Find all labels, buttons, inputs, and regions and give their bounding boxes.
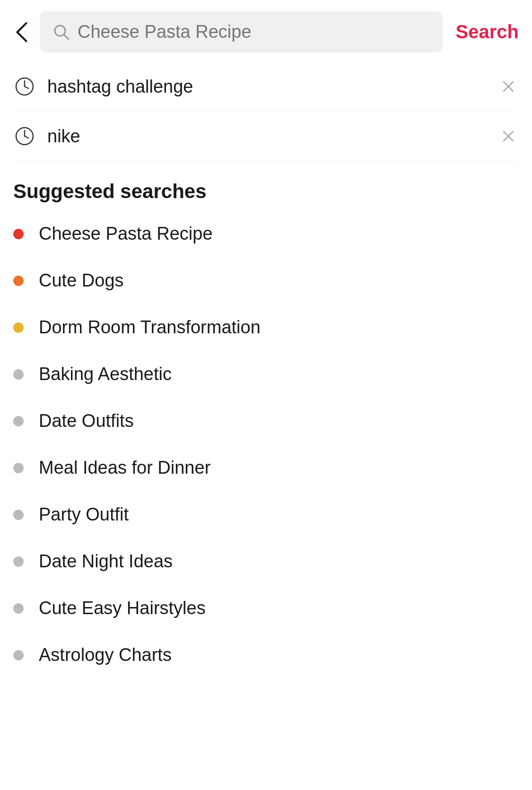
suggestion-text: Cute Easy Hairstyles [39,598,206,618]
suggestion-item[interactable]: Astrology Charts [13,632,519,678]
suggestion-dot [13,416,24,426]
suggestion-dot [13,463,24,473]
suggestion-text: Dorm Room Transformation [39,317,261,338]
suggestion-dot [13,276,24,286]
suggestion-dot [13,650,24,660]
suggestion-text: Baking Aesthetic [39,364,172,384]
suggested-title: Suggested searches [13,180,519,203]
history-item[interactable]: nike [13,112,519,161]
history-item[interactable]: hashtag challenge [13,62,519,112]
suggestion-item[interactable]: Cheese Pasta Recipe [13,210,519,257]
search-button[interactable]: Search [448,21,519,43]
svg-line-4 [25,87,28,88]
search-bar [40,11,443,52]
search-input[interactable] [78,22,429,42]
suggestion-text: Cute Dogs [39,270,124,291]
suggestion-text: Cheese Pasta Recipe [39,224,213,244]
suggestion-dot [13,229,24,239]
suggestion-item[interactable]: Party Outfit [13,491,519,538]
clock-icon [13,75,36,98]
history-item-remove-button[interactable] [498,76,519,97]
suggestion-item[interactable]: Date Outfits [13,398,519,444]
suggested-section: Suggested searches Cheese Pasta RecipeCu… [0,161,532,688]
history-item-text: hashtag challenge [47,77,487,97]
suggestion-item[interactable]: Dorm Room Transformation [13,304,519,351]
svg-line-9 [25,136,28,138]
suggestion-dot [13,603,24,614]
search-icon [53,24,70,41]
suggestion-item[interactable]: Date Night Ideas [13,538,519,585]
suggestion-dot [13,510,24,520]
history-item-text: nike [47,126,487,147]
suggestion-text: Date Night Ideas [39,551,173,572]
suggestion-text: Party Outfit [39,504,129,525]
suggestion-item[interactable]: Meal Ideas for Dinner [13,444,519,491]
suggestion-dot [13,369,24,380]
suggestion-item[interactable]: Cute Easy Hairstyles [13,585,519,632]
history-item-remove-button[interactable] [498,126,519,147]
suggestion-dot [13,322,24,333]
suggestion-text: Astrology Charts [39,645,172,665]
suggestion-text: Meal Ideas for Dinner [39,458,210,478]
back-button[interactable] [9,21,34,43]
suggestion-text: Date Outfits [39,411,134,431]
clock-icon [13,125,36,148]
suggestions-list: Cheese Pasta RecipeCute DogsDorm Room Tr… [13,210,519,678]
suggestion-item[interactable]: Baking Aesthetic [13,351,519,398]
suggestion-dot [13,556,24,567]
header: Search [0,0,532,62]
history-section: hashtag challenge nike [0,62,532,161]
svg-line-1 [64,35,69,39]
suggestion-item[interactable]: Cute Dogs [13,257,519,304]
